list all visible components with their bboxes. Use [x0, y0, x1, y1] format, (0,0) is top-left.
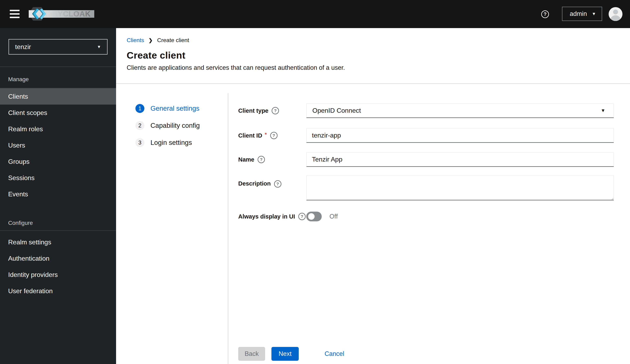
- sidebar-item-user-federation[interactable]: User federation: [0, 283, 116, 299]
- manage-nav-list: Clients Client scopes Realm roles Users …: [0, 88, 116, 202]
- toggle-state-label: Off: [330, 213, 338, 220]
- current-realm: tenzir: [15, 43, 31, 51]
- page-title: Create client: [127, 50, 620, 61]
- sidebar-item-groups[interactable]: Groups: [0, 153, 116, 170]
- step-label: Capability config: [150, 122, 200, 129]
- required-indicator: *: [265, 131, 267, 138]
- help-icon[interactable]: ?: [272, 107, 279, 114]
- sidebar-item-events[interactable]: Events: [0, 186, 116, 202]
- chevron-down-icon: ▼: [592, 11, 596, 16]
- name-label: Name: [238, 156, 254, 163]
- nav-section-configure: Configure: [8, 220, 33, 226]
- name-input[interactable]: [306, 152, 614, 167]
- keycloak-logo: KEYCLOAK: [28, 7, 96, 22]
- form-row-client-id: Client ID * ?: [238, 128, 614, 143]
- form-row-client-type: Client type ? OpenID Connect ▼: [238, 103, 614, 118]
- breadcrumb: Clients ❯ Create client: [127, 37, 620, 43]
- wizard-action-bar: Back Next Cancel: [238, 347, 344, 361]
- cancel-link[interactable]: Cancel: [324, 350, 344, 358]
- help-icon[interactable]: ?: [270, 132, 278, 139]
- sidebar-divider: [0, 230, 116, 231]
- form-row-description: Description ?: [238, 175, 614, 200]
- help-icon[interactable]: ?: [541, 10, 549, 18]
- always-display-toggle[interactable]: [306, 212, 322, 221]
- client-type-select[interactable]: OpenID Connect ▼: [306, 103, 614, 118]
- step-label: Login settings: [150, 139, 192, 146]
- client-id-label: Client ID: [238, 132, 262, 139]
- help-icon[interactable]: ?: [274, 180, 282, 188]
- sidebar-item-sessions[interactable]: Sessions: [0, 170, 116, 186]
- avatar[interactable]: [608, 7, 622, 21]
- chevron-down-icon: ▼: [601, 108, 605, 113]
- next-button[interactable]: Next: [272, 347, 299, 361]
- help-icon[interactable]: ?: [298, 213, 306, 220]
- step-number-badge: 3: [136, 138, 144, 147]
- sidebar-item-realm-roles[interactable]: Realm roles: [0, 121, 116, 137]
- wizard-step-login-settings[interactable]: 3 Login settings: [136, 138, 225, 147]
- description-textarea[interactable]: [306, 175, 614, 200]
- wizard-steps: 1 General settings 2 Capability config 3…: [136, 104, 225, 155]
- form-row-name: Name ?: [238, 152, 614, 167]
- chevron-down-icon: ▼: [97, 44, 101, 49]
- client-type-value: OpenID Connect: [312, 107, 361, 114]
- description-label: Description: [238, 180, 271, 187]
- form-row-always-display: Always display in UI ? Off: [238, 212, 614, 221]
- sidebar-item-clients[interactable]: Clients: [0, 88, 116, 105]
- step-number-badge: 2: [136, 121, 144, 130]
- wizard-step-capability-config[interactable]: 2 Capability config: [136, 121, 225, 130]
- nav-toggle-hamburger-icon[interactable]: [10, 10, 20, 18]
- sidebar-divider: [0, 66, 116, 67]
- back-button[interactable]: Back: [238, 347, 265, 361]
- user-menu-dropdown[interactable]: admin ▼: [562, 7, 602, 21]
- username: admin: [570, 10, 587, 17]
- realm-selector-dropdown[interactable]: tenzir ▼: [8, 39, 108, 54]
- masthead: KEYCLOAK ? admin ▼: [0, 0, 630, 28]
- step-label: General settings: [150, 105, 199, 112]
- client-type-label: Client type: [238, 107, 268, 114]
- sidebar-item-identity-providers[interactable]: Identity providers: [0, 267, 116, 283]
- page-header: Clients ❯ Create client Create client Cl…: [116, 28, 630, 84]
- breadcrumb-clients-link[interactable]: Clients: [127, 37, 144, 43]
- help-icon[interactable]: ?: [258, 156, 265, 163]
- step-number-badge: 1: [136, 104, 144, 113]
- configure-nav-list: Realm settings Authentication Identity p…: [0, 234, 116, 299]
- always-display-label: Always display in UI: [238, 213, 295, 220]
- page-subtitle: Clients are applications and services th…: [127, 64, 620, 71]
- wizard-form-divider: [228, 93, 228, 364]
- sidebar-item-authentication[interactable]: Authentication: [0, 250, 116, 267]
- sidebar-item-users[interactable]: Users: [0, 137, 116, 153]
- brand-text: KEYCLOAK: [47, 10, 91, 18]
- breadcrumb-chevron-icon: ❯: [149, 37, 153, 43]
- breadcrumb-current: Create client: [157, 37, 189, 43]
- sidebar: tenzir ▼ Manage Clients Client scopes Re…: [0, 28, 116, 364]
- wizard-step-general-settings[interactable]: 1 General settings: [136, 104, 225, 113]
- sidebar-item-realm-settings[interactable]: Realm settings: [0, 234, 116, 250]
- client-id-input[interactable]: [306, 128, 614, 143]
- sidebar-item-client-scopes[interactable]: Client scopes: [0, 105, 116, 121]
- main-content: Clients ❯ Create client Create client Cl…: [116, 28, 630, 364]
- nav-section-manage: Manage: [8, 76, 29, 83]
